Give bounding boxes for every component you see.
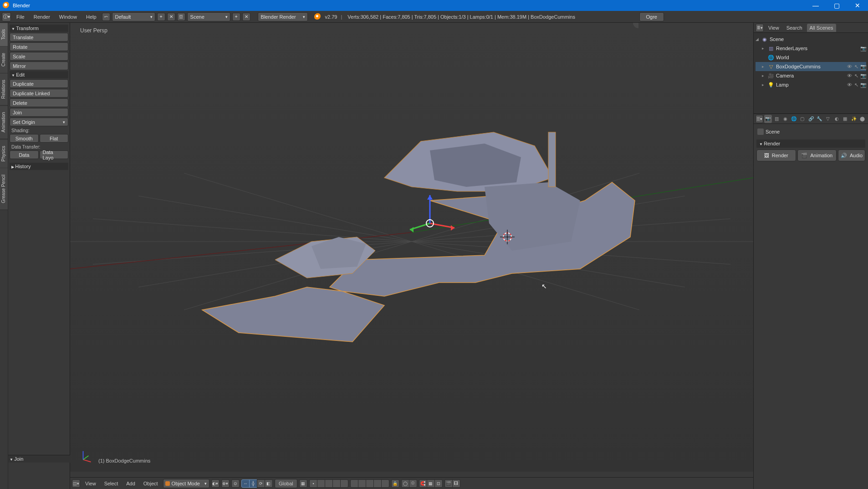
opengl-anim-icon[interactable]: 🎞 — [452, 479, 460, 488]
manipulator-scale-icon[interactable]: ◧ — [265, 479, 273, 488]
datalayout-button[interactable]: Data Layo — [40, 150, 69, 159]
add-scene-button[interactable]: + — [232, 13, 240, 21]
menu-help[interactable]: Help — [82, 12, 100, 22]
snap-element-icon[interactable]: ▦ — [427, 479, 435, 488]
delete-scene-button[interactable]: ✕ — [242, 13, 250, 21]
rotate-button[interactable]: Rotate — [10, 42, 68, 51]
camera-obj-icon: 🎥 — [767, 72, 775, 79]
properties-header: ☰▾ 📷 ▥ ◉ 🌐 ▢ 🔗 🔧 ▽ ◐ ▦ ✨ ⬤ — [754, 114, 868, 124]
pivot-icon[interactable]: ⊕▾ — [221, 479, 230, 488]
mirror-button[interactable]: Mirror — [10, 62, 68, 70]
history-header[interactable]: History — [10, 163, 68, 170]
toolshelf-tabs: Tools Create Relations Animation Physics… — [0, 23, 8, 489]
window-close-button[interactable]: ✕ — [847, 0, 868, 11]
ptab-data-icon[interactable]: ▽ — [824, 115, 832, 123]
last-operator-header[interactable]: Join — [10, 456, 69, 462]
mode-dropdown[interactable]: Object Mode — [163, 479, 209, 488]
ptab-object-icon[interactable]: ▢ — [798, 115, 806, 123]
translate-button[interactable]: Translate — [10, 33, 68, 41]
ptab-material-icon[interactable]: ◐ — [833, 115, 841, 123]
duplicate-linked-button[interactable]: Duplicate Linked — [10, 89, 68, 98]
vp-menu-add[interactable]: Add — [123, 479, 138, 489]
menu-render[interactable]: Render — [30, 12, 54, 22]
window-maximize-button[interactable]: ▢ — [826, 0, 847, 11]
ptab-scene-icon[interactable]: ◉ — [781, 115, 789, 123]
ptab-texture-icon[interactable]: ▦ — [842, 115, 849, 123]
menu-window[interactable]: Window — [56, 12, 81, 22]
set-origin-dropdown[interactable]: Set Origin — [10, 118, 68, 126]
delete-layout-button[interactable]: ✕ — [167, 13, 175, 21]
delete-button[interactable]: Delete — [10, 98, 68, 107]
render-audio-button[interactable]: 🔊Audio — [838, 149, 865, 161]
orientation-dropdown[interactable]: Global — [275, 479, 297, 488]
snap-toggle-icon[interactable]: 🧲 — [419, 479, 427, 488]
scene-dropdown[interactable]: Scene — [187, 12, 230, 21]
ptab-physics-icon[interactable]: ⬤ — [858, 115, 866, 123]
outliner-search[interactable]: Search — [784, 24, 805, 32]
render-engine-dropdown[interactable]: Blender Render — [258, 12, 308, 21]
pivot-align-icon[interactable]: ⊙ — [231, 479, 240, 488]
ptab-renderlayers-icon[interactable]: ▥ — [773, 115, 781, 123]
edit-header[interactable]: Edit — [10, 71, 68, 78]
outliner-allscenes[interactable]: All Scenes — [807, 24, 836, 32]
mesh-icon: ▽ — [767, 63, 775, 70]
transform-header[interactable]: Transform — [10, 25, 68, 32]
ptab-modifiers-icon[interactable]: 🔧 — [816, 115, 823, 123]
ptab-particles-icon[interactable]: ✨ — [850, 115, 858, 123]
scale-button[interactable]: Scale — [10, 52, 68, 61]
ptab-constraints-icon[interactable]: 🔗 — [807, 115, 815, 123]
vtab-create[interactable]: Create — [0, 46, 8, 73]
ptab-render-icon[interactable]: 📷 — [764, 115, 772, 123]
vtab-animation[interactable]: Animation — [0, 106, 8, 139]
render-panel-header[interactable]: Render — [756, 139, 865, 148]
render-icon: 🖼 — [764, 153, 769, 158]
vtab-relations[interactable]: Relations — [0, 73, 8, 106]
data-button[interactable]: Data — [10, 150, 39, 159]
window-minimize-button[interactable]: — — [805, 0, 826, 11]
vtab-tools[interactable]: Tools — [0, 23, 8, 46]
properties-editor-icon[interactable]: ☰▾ — [756, 115, 763, 123]
lamp-obj-icon: 💡 — [767, 82, 775, 88]
proportional-falloff-icon[interactable]: ⦾ — [409, 479, 417, 488]
vtab-physics[interactable]: Physics — [0, 139, 8, 168]
render-button[interactable]: 🖼Render — [756, 149, 796, 161]
outliner-editor-icon[interactable]: ≣▾ — [756, 24, 764, 32]
layers-toggle-icon[interactable]: ▦ — [299, 479, 307, 488]
scene-browse-icon[interactable]: ☲ — [177, 13, 185, 21]
menu-file[interactable]: File — [13, 12, 28, 22]
vp-menu-object[interactable]: Object — [140, 479, 161, 489]
manipulator-toggle[interactable]: ↔ — [241, 479, 250, 488]
snap-target-icon[interactable]: ⊡ — [434, 479, 443, 488]
viewport-3d[interactable]: User Persp (1) BoxDodgeCummins ↖ ◫▾ View… — [70, 23, 753, 489]
screen-layout-dropdown[interactable]: Default — [112, 12, 155, 21]
mini-axes-icon — [79, 448, 95, 463]
back-to-previous-icon[interactable]: ⤺ — [102, 13, 110, 21]
opengl-render-icon[interactable]: 🎬 — [444, 479, 453, 488]
viewport-persp-label: User Persp — [80, 27, 107, 34]
editor-type-icon[interactable]: ◫▾ — [72, 479, 80, 488]
manipulator-rotate-icon[interactable]: ⟳ — [257, 479, 265, 488]
editor-type-icon[interactable]: ⓘ▾ — [2, 12, 11, 21]
proportional-edit-icon[interactable]: ◯ — [401, 479, 409, 488]
manipulator-translate-icon[interactable]: ╬ — [249, 479, 257, 488]
toolshelf: Transform Translate Rotate Scale Mirror … — [8, 23, 70, 489]
duplicate-button[interactable]: Duplicate — [10, 79, 68, 88]
outliner-tree[interactable]: ◢◉Scene ▸▥RenderLayers📷 🌐World ▸▽BoxDodg… — [754, 33, 868, 113]
ptab-world-icon[interactable]: 🌐 — [790, 115, 798, 123]
outliner-view[interactable]: View — [766, 24, 782, 32]
vp-menu-select[interactable]: Select — [101, 479, 122, 489]
viewport-canvas[interactable] — [70, 23, 753, 460]
lock-camera-icon[interactable]: 🔒 — [391, 479, 399, 488]
vtab-greasepencil[interactable]: Grease Pencil — [0, 168, 8, 210]
render-animation-button[interactable]: 🎬Animation — [797, 149, 837, 161]
shading-mode-icon[interactable]: ◐▾ — [211, 479, 220, 488]
mesh-object — [202, 132, 635, 342]
shade-smooth-button[interactable]: Smooth — [10, 134, 39, 143]
join-button[interactable]: Join — [10, 108, 68, 117]
ogre-button[interactable]: Ogre — [639, 12, 664, 21]
vp-menu-view[interactable]: View — [82, 479, 99, 489]
layer-buttons[interactable]: ▪ — [309, 479, 348, 488]
shade-flat-button[interactable]: Flat — [40, 134, 69, 143]
add-layout-button[interactable]: + — [157, 13, 165, 21]
datatransfer-label: Data Transfer: — [10, 144, 68, 149]
